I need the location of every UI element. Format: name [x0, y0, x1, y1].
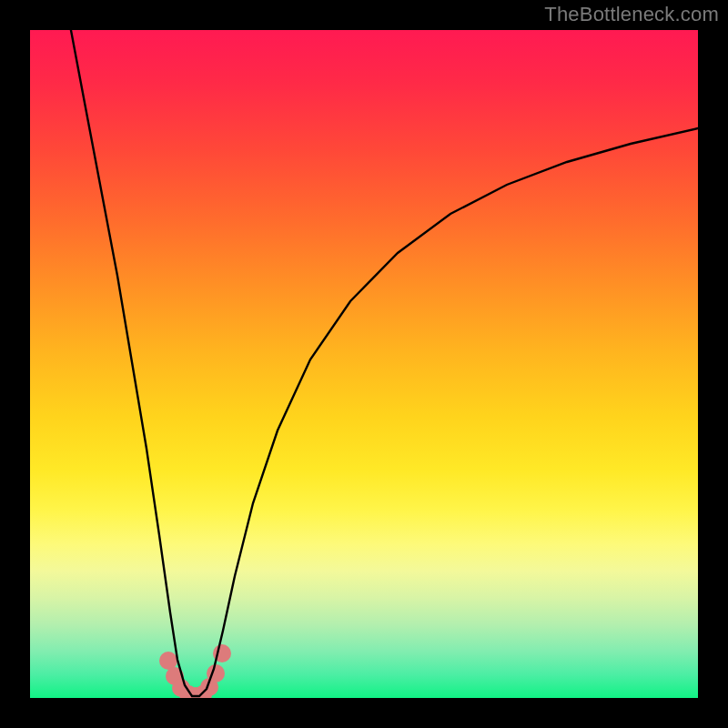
dot — [187, 687, 205, 698]
dots-group — [159, 644, 231, 698]
dot — [213, 644, 231, 662]
dot — [207, 664, 225, 682]
chart-frame: TheBottleneck.com — [0, 0, 728, 728]
curve-layer — [30, 30, 698, 698]
watermark-text: TheBottleneck.com — [544, 3, 719, 26]
left-branch-path — [70, 30, 698, 696]
dot — [166, 667, 184, 685]
dot — [194, 685, 212, 698]
dot — [200, 678, 218, 696]
dot — [159, 652, 177, 670]
plot-area — [30, 30, 698, 698]
dot — [172, 679, 190, 697]
dot — [179, 685, 197, 698]
